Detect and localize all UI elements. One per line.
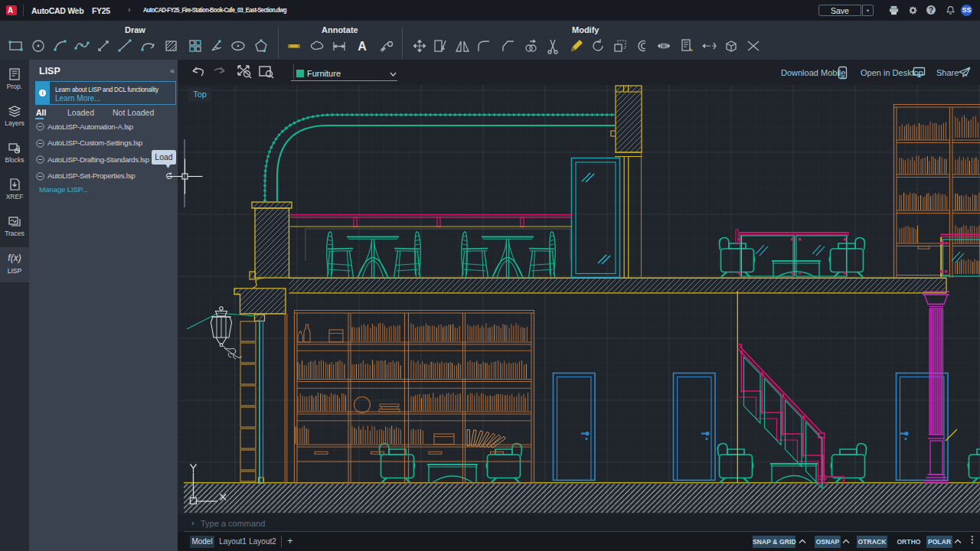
svg-text:A: A [358,40,367,53]
